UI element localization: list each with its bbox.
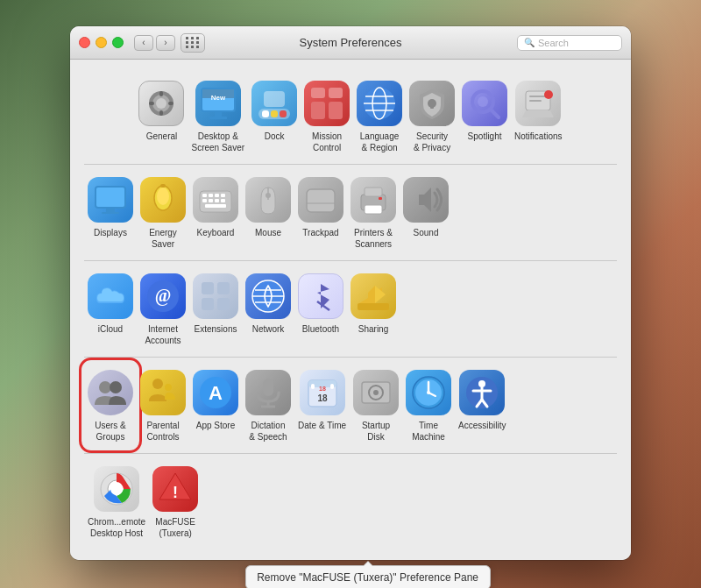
desktop-icon: New <box>195 81 241 126</box>
users-icon <box>88 370 133 415</box>
pref-item-datetime[interactable]: 1818 Date & Time <box>294 363 350 448</box>
svg-rect-19 <box>329 88 343 98</box>
svg-rect-20 <box>311 102 325 119</box>
pref-item-displays[interactable]: Displays <box>84 170 137 255</box>
mission-label: MissionControl <box>312 131 342 153</box>
pref-item-printers[interactable]: Printers &Scanners <box>347 170 400 255</box>
svg-point-54 <box>266 193 271 198</box>
svg-rect-73 <box>358 303 389 310</box>
pref-item-dictation[interactable]: Dictation& Speech <box>242 363 294 448</box>
pref-item-spotlight[interactable]: Spotlight <box>458 74 511 159</box>
search-bar[interactable]: 🔍 Search <box>517 35 622 51</box>
trackpad-label: Trackpad <box>302 227 338 238</box>
macfuse-tooltip: Remove "MacFUSE (Tuxera)" Preference Pan… <box>245 565 491 588</box>
pref-item-startup[interactable]: StartupDisk <box>350 363 402 448</box>
pref-item-network[interactable]: Network <box>242 266 294 351</box>
svg-rect-34 <box>529 100 542 102</box>
pref-item-accessibility[interactable]: Accessibility <box>455 363 509 448</box>
back-button[interactable]: ‹ <box>134 35 153 51</box>
maximize-button[interactable] <box>112 37 124 48</box>
pref-item-icloud[interactable]: iCloud <box>84 266 137 351</box>
pref-item-parental[interactable]: ParentalControls <box>137 363 189 448</box>
internet-icon: @ <box>140 273 186 319</box>
preferences-content: General New Desktop &Screen Saver Dock M… <box>70 60 631 560</box>
svg-rect-45 <box>209 194 213 197</box>
svg-rect-38 <box>106 209 115 212</box>
sharing-label: Sharing <box>358 323 388 335</box>
icloud-icon <box>88 273 133 319</box>
general-icon <box>138 81 184 126</box>
pref-item-general[interactable]: General <box>135 74 188 159</box>
energy-label: EnergySaver <box>149 227 177 250</box>
pref-item-time[interactable]: TimeMachine <box>402 363 455 448</box>
svg-point-2 <box>156 98 166 109</box>
displays-icon <box>88 177 133 223</box>
svg-rect-50 <box>215 199 219 202</box>
pref-item-users[interactable]: Users &Groups <box>84 363 137 448</box>
datetime-label: Date & Time <box>298 420 346 431</box>
svg-rect-64 <box>217 282 230 294</box>
pref-item-notifications[interactable]: Notifications <box>511 74 565 159</box>
pref-item-chrome[interactable]: Chrom...emoteDesktop Host <box>84 459 149 544</box>
parental-icon <box>140 370 186 415</box>
desktop-label: Desktop &Screen Saver <box>191 131 244 153</box>
pref-item-macfuse[interactable]: ! MacFUSE(Tuxera) Remove "MacFUSE (Tuxer… <box>149 459 202 544</box>
network-icon <box>245 273 291 319</box>
svg-rect-44 <box>202 194 207 197</box>
pref-item-bluetooth[interactable]: Bluetooth <box>294 266 347 351</box>
svg-rect-60 <box>379 197 382 200</box>
svg-rect-81 <box>263 379 273 396</box>
svg-rect-49 <box>209 199 213 202</box>
forward-button[interactable]: › <box>156 35 175 51</box>
svg-rect-3 <box>159 91 163 96</box>
svg-point-97 <box>427 391 430 394</box>
general-label: General <box>146 131 178 142</box>
datetime-icon: 1818 <box>300 370 345 415</box>
network-label: Network <box>252 323 285 335</box>
pref-item-language[interactable]: Language& Region <box>353 74 406 159</box>
pref-item-sound[interactable]: Sound <box>400 170 452 255</box>
pref-item-internet[interactable]: @ InternetAccounts <box>137 266 189 351</box>
pref-item-trackpad[interactable]: Trackpad <box>294 170 347 255</box>
svg-point-106 <box>110 483 123 495</box>
divider-1 <box>84 164 617 165</box>
grid-view-button[interactable] <box>181 33 205 53</box>
pref-item-energy[interactable]: EnergySaver <box>137 170 189 255</box>
close-button[interactable] <box>79 37 90 48</box>
sound-label: Sound <box>414 227 439 238</box>
svg-rect-58 <box>365 188 382 196</box>
pref-item-dock[interactable]: Dock <box>248 74 301 159</box>
pref-item-security[interactable]: Security& Privacy <box>406 74 458 159</box>
titlebar: ‹ › System Preferences 🔍 Search <box>70 26 631 60</box>
mouse-label: Mouse <box>255 227 281 238</box>
divider-3 <box>84 357 617 358</box>
pref-item-appstore[interactable]: A App Store <box>189 363 242 448</box>
svg-text:New: New <box>211 94 226 102</box>
minimize-button[interactable] <box>96 37 107 48</box>
svg-point-77 <box>152 379 163 389</box>
dock-icon <box>251 81 297 126</box>
svg-rect-52 <box>205 204 226 208</box>
svg-rect-33 <box>529 96 547 97</box>
svg-rect-51 <box>221 199 225 202</box>
pref-item-keyboard[interactable]: Keyboard <box>189 170 242 255</box>
sound-icon <box>403 177 449 223</box>
svg-point-41 <box>157 188 169 205</box>
svg-text:!: ! <box>173 484 178 501</box>
pref-item-sharing[interactable]: share Sharing <box>347 266 400 351</box>
parental-label: ParentalControls <box>146 420 179 443</box>
accessibility-icon <box>459 370 505 415</box>
pref-item-desktop[interactable]: New Desktop &Screen Saver <box>188 74 248 159</box>
svg-rect-14 <box>262 110 269 117</box>
system-preferences-window: ‹ › System Preferences 🔍 Search General <box>70 26 631 560</box>
pref-item-mission[interactable]: MissionControl <box>301 74 353 159</box>
pref-item-mouse[interactable]: Mouse <box>242 170 294 255</box>
security-label: Security& Privacy <box>414 131 450 153</box>
startup-icon <box>353 370 399 415</box>
svg-rect-21 <box>329 102 343 119</box>
pref-item-extensions[interactable]: Extensions <box>189 266 242 351</box>
divider-2 <box>84 260 617 261</box>
grid-dots-icon <box>186 37 200 48</box>
svg-point-92 <box>373 390 379 395</box>
nav-buttons: ‹ › <box>134 35 175 51</box>
